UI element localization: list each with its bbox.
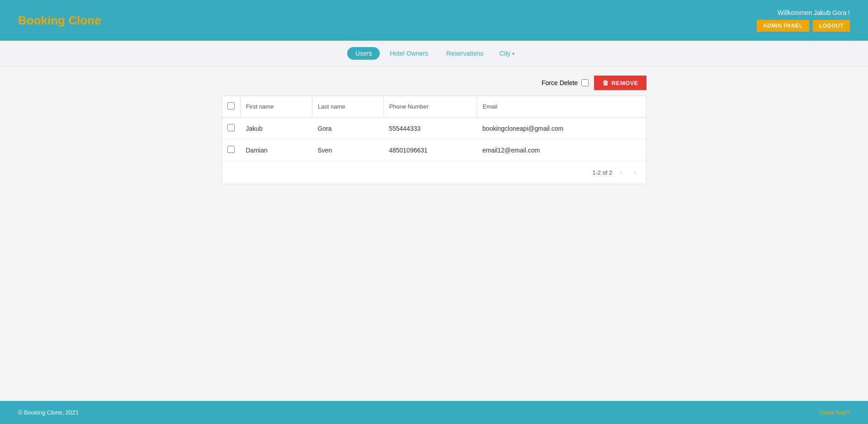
toolbar: Force Delete 🗑 REMOVE (222, 76, 646, 90)
nav-item-hotel-owners[interactable]: Hotel Owners (382, 47, 436, 60)
cell-first-name: Damian (241, 139, 312, 161)
select-all-checkbox[interactable] (227, 102, 235, 110)
row-select-cell (222, 139, 241, 161)
cell-email: bookingcloneapi@gmail.com (477, 118, 646, 139)
pagination-prev-button[interactable]: ‹ (618, 167, 625, 177)
cell-last-name: Sven (312, 139, 383, 161)
chevron-down-icon: ▾ (512, 51, 514, 56)
force-delete-checkbox[interactable] (581, 79, 589, 86)
footer-help[interactable]: Need help? (820, 409, 850, 416)
logo-accent: Clone (68, 14, 101, 27)
cell-email: email12@email.com (477, 139, 646, 161)
logout-button[interactable]: LOGOUT (813, 20, 850, 32)
remove-label: REMOVE (612, 80, 638, 86)
col-first-name: First name (241, 96, 312, 118)
pagination-next-button[interactable]: › (631, 167, 639, 177)
cell-first-name: Jakub (241, 118, 312, 139)
table-body: JakubGora555444333bookingcloneapi@gmail.… (222, 118, 646, 161)
col-email: Email (477, 96, 646, 118)
table-row: DamianSven48501096631email12@email.com (222, 139, 646, 161)
pagination-info: 1-2 of 2 (592, 169, 612, 176)
header: Booking Clone Willkommen Jakub Gora ! AD… (0, 0, 868, 41)
header-right: Willkommen Jakub Gora ! ADMIN PANEL LOGO… (757, 9, 850, 32)
force-delete-label[interactable]: Force Delete (542, 79, 589, 86)
nav-item-city[interactable]: City ▾ (493, 47, 521, 60)
nav-bar: Users Hotel Owners Reservations City ▾ (0, 41, 868, 67)
row-checkbox[interactable] (227, 124, 235, 131)
logo-main: Booking (18, 14, 68, 27)
admin-panel-button[interactable]: ADMIN PANEL (757, 20, 809, 32)
users-table-container: First name Last name Phone Number Email … (222, 95, 646, 184)
remove-button[interactable]: 🗑 REMOVE (594, 76, 646, 90)
table-header-row: First name Last name Phone Number Email (222, 96, 646, 118)
table-row: JakubGora555444333bookingcloneapi@gmail.… (222, 118, 646, 139)
force-delete-text: Force Delete (542, 79, 578, 86)
users-table: First name Last name Phone Number Email … (222, 96, 646, 161)
main-content: Force Delete 🗑 REMOVE First name Last na… (0, 67, 868, 401)
row-checkbox[interactable] (227, 146, 235, 153)
pagination: 1-2 of 2 ‹ › (222, 161, 646, 184)
cell-phone: 555444333 (383, 118, 477, 139)
logo: Booking Clone (18, 14, 101, 28)
trash-icon: 🗑 (602, 79, 609, 86)
footer-copyright: © Booking Clone, 2021 (18, 409, 79, 416)
welcome-text: Willkommen Jakub Gora ! (778, 9, 850, 16)
row-select-cell (222, 118, 241, 139)
header-buttons: ADMIN PANEL LOGOUT (757, 20, 850, 32)
cell-phone: 48501096631 (383, 139, 477, 161)
nav-city-label: City (500, 50, 510, 57)
col-select (222, 96, 241, 118)
nav-item-reservations[interactable]: Reservations (438, 47, 491, 60)
cell-last-name: Gora (312, 118, 383, 139)
col-last-name: Last name (312, 96, 383, 118)
col-phone: Phone Number (383, 96, 477, 118)
footer: © Booking Clone, 2021 Need help? (0, 401, 868, 424)
nav-item-users[interactable]: Users (347, 47, 380, 60)
